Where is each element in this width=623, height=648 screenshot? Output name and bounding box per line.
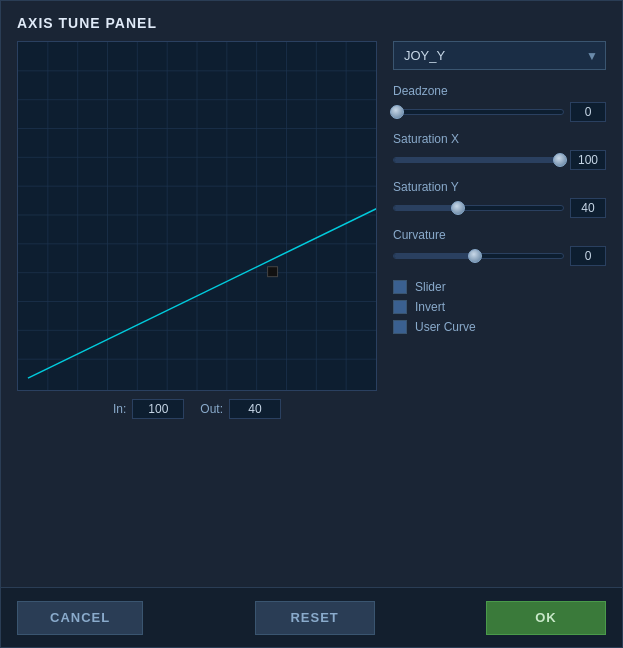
saturation-x-slider-row	[393, 150, 606, 170]
deadzone-slider-thumb[interactable]	[390, 105, 404, 119]
ok-button[interactable]: OK	[486, 601, 606, 635]
cancel-button[interactable]: CANCEL	[17, 601, 143, 635]
out-label-group: Out:	[200, 399, 281, 419]
axis-dropdown-wrapper: JOY_Y JOY_X JOY_RX JOY_RY ▼	[393, 41, 606, 70]
saturation-x-slider-thumb[interactable]	[553, 153, 567, 167]
curvature-slider-track[interactable]	[393, 253, 564, 259]
controls-section: JOY_Y JOY_X JOY_RX JOY_RY ▼ Deadzone	[393, 41, 606, 577]
deadzone-slider-track[interactable]	[393, 109, 564, 115]
curvature-slider-fill	[394, 254, 479, 258]
in-label: In:	[113, 402, 126, 416]
invert-checkbox-row[interactable]: Invert	[393, 300, 606, 314]
in-value-input[interactable]	[132, 399, 184, 419]
saturation-y-group: Saturation Y	[393, 180, 606, 218]
user-curve-checkbox[interactable]	[393, 320, 407, 334]
deadzone-label: Deadzone	[393, 84, 606, 98]
saturation-y-slider-thumb[interactable]	[451, 201, 465, 215]
panel-title: AXIS TUNE PANEL	[1, 1, 622, 41]
user-curve-checkbox-row[interactable]: User Curve	[393, 320, 606, 334]
saturation-x-slider-fill	[394, 158, 563, 162]
graph-section: In: Out:	[17, 41, 377, 577]
saturation-x-value-input[interactable]	[570, 150, 606, 170]
curvature-group: Curvature	[393, 228, 606, 266]
saturation-y-label: Saturation Y	[393, 180, 606, 194]
in-label-group: In:	[113, 399, 184, 419]
out-value-input[interactable]	[229, 399, 281, 419]
saturation-y-value-input[interactable]	[570, 198, 606, 218]
footer: CANCEL RESET OK	[1, 587, 622, 647]
slider-checkbox[interactable]	[393, 280, 407, 294]
curvature-value-input[interactable]	[570, 246, 606, 266]
graph-svg	[18, 42, 376, 390]
invert-checkbox[interactable]	[393, 300, 407, 314]
saturation-y-slider-track[interactable]	[393, 205, 564, 211]
graph-container	[17, 41, 377, 391]
slider-checkbox-row[interactable]: Slider	[393, 280, 606, 294]
user-curve-checkbox-label: User Curve	[415, 320, 476, 334]
curvature-label: Curvature	[393, 228, 606, 242]
slider-checkbox-label: Slider	[415, 280, 446, 294]
svg-rect-25	[268, 267, 278, 277]
axis-tune-panel: AXIS TUNE PANEL	[0, 0, 623, 648]
curvature-slider-thumb[interactable]	[468, 249, 482, 263]
out-label: Out:	[200, 402, 223, 416]
checkboxes-group: Slider Invert User Curve	[393, 280, 606, 334]
curvature-slider-row	[393, 246, 606, 266]
svg-line-22	[28, 205, 376, 378]
invert-checkbox-label: Invert	[415, 300, 445, 314]
deadzone-group: Deadzone	[393, 84, 606, 122]
panel-body: In: Out: JOY_Y JOY_X JOY_RX JOY_RY ▼	[1, 41, 622, 587]
saturation-x-group: Saturation X	[393, 132, 606, 170]
deadzone-slider-row	[393, 102, 606, 122]
deadzone-value-input[interactable]	[570, 102, 606, 122]
graph-labels: In: Out:	[113, 399, 281, 419]
saturation-y-slider-row	[393, 198, 606, 218]
reset-button[interactable]: RESET	[255, 601, 375, 635]
saturation-x-label: Saturation X	[393, 132, 606, 146]
axis-dropdown[interactable]: JOY_Y JOY_X JOY_RX JOY_RY	[393, 41, 606, 70]
saturation-x-slider-track[interactable]	[393, 157, 564, 163]
